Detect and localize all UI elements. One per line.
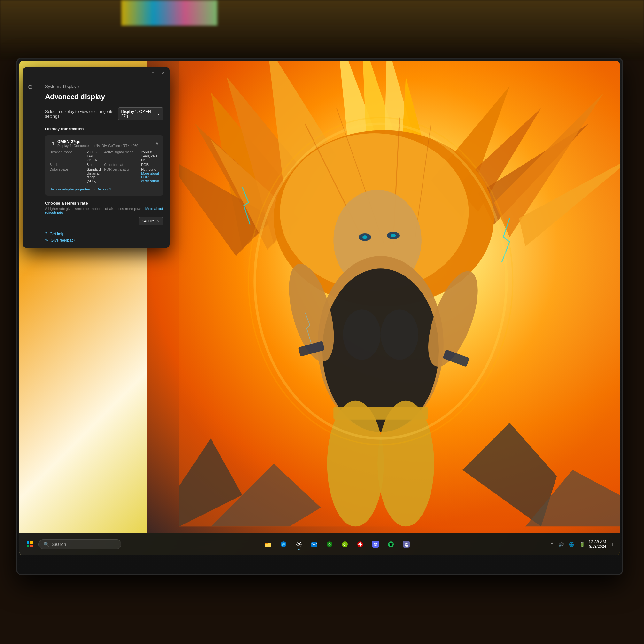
display-info-section-title: Display information xyxy=(45,127,163,131)
taskbar-app-settings[interactable] xyxy=(292,537,306,551)
get-help-link[interactable]: ? Get help xyxy=(45,232,163,236)
display-name-info: OMEN 27qs Display 1: Connected to NVIDIA… xyxy=(57,139,138,148)
search-placeholder: Search xyxy=(52,542,66,547)
color-space-label: Color space xyxy=(50,167,85,171)
notification-center[interactable]: □ xyxy=(609,541,614,547)
monitor-icon: 🖥 xyxy=(50,141,55,146)
get-help-label: Get help xyxy=(50,232,64,236)
taskbar: 🔍 Search xyxy=(19,533,620,555)
svg-point-37 xyxy=(377,401,434,527)
bit-depth-label: Bit depth xyxy=(50,163,85,167)
taskbar-right: ^ 🔊 🌐 🔋 12:38 AM 8/23/2024 □ xyxy=(550,539,617,549)
svg-point-36 xyxy=(327,401,384,527)
display-selector-label: Select a display to view or change its s… xyxy=(45,109,118,119)
display-name-row: 🖥 OMEN 27qs Display 1: Connected to NVID… xyxy=(50,139,138,148)
color-format-value: RGB xyxy=(141,163,149,167)
svg-rect-62 xyxy=(372,541,379,548)
settings-window: — □ ✕ xyxy=(23,67,170,248)
svg-rect-55 xyxy=(311,542,317,547)
window-content: System › Display › Advanced display Sele… xyxy=(39,79,170,248)
help-links: ? Get help ✎ Give feedback xyxy=(45,232,163,243)
display-card-chevron[interactable]: ∧ xyxy=(155,140,159,146)
refresh-rate-description: A higher rate gives smoother motion, but… xyxy=(45,207,163,214)
page-title: Advanced display xyxy=(45,93,163,101)
info-row-hdr: HDR certification Not found More about H… xyxy=(104,167,159,183)
taskbar-app-edge[interactable] xyxy=(276,537,291,551)
window-titlebar: — □ ✕ xyxy=(23,67,170,79)
taskbar-apps: G xyxy=(125,537,550,551)
color-format-label: Color format xyxy=(104,163,139,167)
clock-date: 8/23/2024 xyxy=(589,544,606,549)
signal-mode-label: Active signal mode xyxy=(104,150,139,154)
svg-rect-52 xyxy=(265,543,268,544)
volume-icon[interactable]: 🔊 xyxy=(557,541,565,547)
svg-line-45 xyxy=(32,88,33,89)
svg-point-67 xyxy=(406,542,408,544)
taskbar-app-explorer[interactable] xyxy=(261,537,275,551)
signal-mode-value: 2560 × 1440, 240 Hz xyxy=(141,150,159,162)
taskbar-app-omen[interactable] xyxy=(353,537,367,551)
svg-point-25 xyxy=(362,235,368,239)
battery-icon[interactable]: 🔋 xyxy=(578,541,586,547)
taskbar-app-spotify[interactable] xyxy=(384,537,398,551)
get-help-icon: ? xyxy=(45,232,47,236)
svg-rect-46 xyxy=(27,541,29,544)
refresh-rate-section: Choose a refresh rate A higher rate give… xyxy=(45,201,163,225)
breadcrumb-sep1: › xyxy=(60,84,61,89)
breadcrumb-display[interactable]: Display xyxy=(63,84,77,89)
taskbar-app-mail[interactable] xyxy=(307,537,321,551)
svg-point-30 xyxy=(381,309,418,360)
display-selector-row: Select a display to view or change its s… xyxy=(45,107,163,120)
give-feedback-icon: ✎ xyxy=(45,238,48,243)
svg-point-68 xyxy=(405,543,406,545)
taskbar-clock[interactable]: 12:38 AM 8/23/2024 xyxy=(589,539,606,549)
breadcrumb-system[interactable]: System xyxy=(45,84,59,89)
hdr-link[interactable]: More about HDR certification xyxy=(141,171,159,183)
svg-point-56 xyxy=(327,541,332,547)
minimize-button[interactable]: — xyxy=(139,69,148,78)
taskbar-app-xbox[interactable] xyxy=(322,537,337,551)
monitor-bezel: — □ ✕ xyxy=(19,61,620,555)
adapter-properties-link[interactable]: Display adapter properties for Display 1 xyxy=(50,187,111,191)
svg-rect-47 xyxy=(30,541,33,544)
svg-rect-66 xyxy=(403,541,410,548)
info-row-signal-mode: Active signal mode 2560 × 1440, 240 Hz xyxy=(104,150,159,162)
taskbar-app-teams[interactable] xyxy=(399,537,413,551)
svg-rect-48 xyxy=(27,545,29,547)
show-hidden-icons[interactable]: ^ xyxy=(550,541,555,547)
ambient-light xyxy=(0,0,644,59)
give-feedback-label: Give feedback xyxy=(51,238,75,243)
hdr-value: Not found More about HDR certification xyxy=(141,167,159,183)
desktop-mode-value: 2560 × 1440, 240 Hz xyxy=(87,150,101,162)
svg-point-26 xyxy=(391,234,396,237)
color-space-value: Standard dynamic range (SDR) xyxy=(87,167,101,183)
network-icon[interactable]: 🌐 xyxy=(568,541,576,547)
refresh-rate-row: 240 Hz ∨ xyxy=(45,217,163,225)
give-feedback-link[interactable]: ✎ Give feedback xyxy=(45,238,163,243)
sidebar-search-button[interactable] xyxy=(25,81,36,93)
display-card-header: 🖥 OMEN 27qs Display 1: Connected to NVID… xyxy=(50,139,159,148)
window-sidebar xyxy=(23,79,39,248)
search-icon: 🔍 xyxy=(44,542,49,547)
taskbar-app-discord[interactable] xyxy=(369,537,383,551)
refresh-rate-dropdown[interactable]: 240 Hz ∨ xyxy=(139,217,163,225)
desktop-mode-label: Desktop mode xyxy=(50,150,85,154)
refresh-rate-value: 240 Hz xyxy=(142,219,154,223)
svg-point-54 xyxy=(298,543,300,545)
close-button[interactable]: ✕ xyxy=(158,69,167,78)
desktop-bg-accent xyxy=(121,0,217,26)
hdr-label: HDR certification xyxy=(104,167,139,171)
display-selector-chevron: ∨ xyxy=(157,112,160,116)
svg-rect-49 xyxy=(30,545,33,547)
taskbar-app-geforce[interactable]: G xyxy=(338,537,352,551)
display-selector-dropdown[interactable]: Display 1: OMEN 27qs ∨ xyxy=(118,107,163,120)
bit-depth-value: 8-bit xyxy=(87,163,93,167)
maximize-button[interactable]: □ xyxy=(149,69,158,78)
svg-text:G: G xyxy=(343,543,346,546)
start-button[interactable] xyxy=(23,537,37,551)
breadcrumb-sep2: › xyxy=(78,84,79,89)
taskbar-search-bar[interactable]: 🔍 Search xyxy=(38,539,121,549)
svg-point-29 xyxy=(343,309,381,360)
info-row-desktop-mode: Desktop mode 2560 × 1440, 240 Hz xyxy=(50,150,101,162)
svg-point-63 xyxy=(375,544,376,545)
